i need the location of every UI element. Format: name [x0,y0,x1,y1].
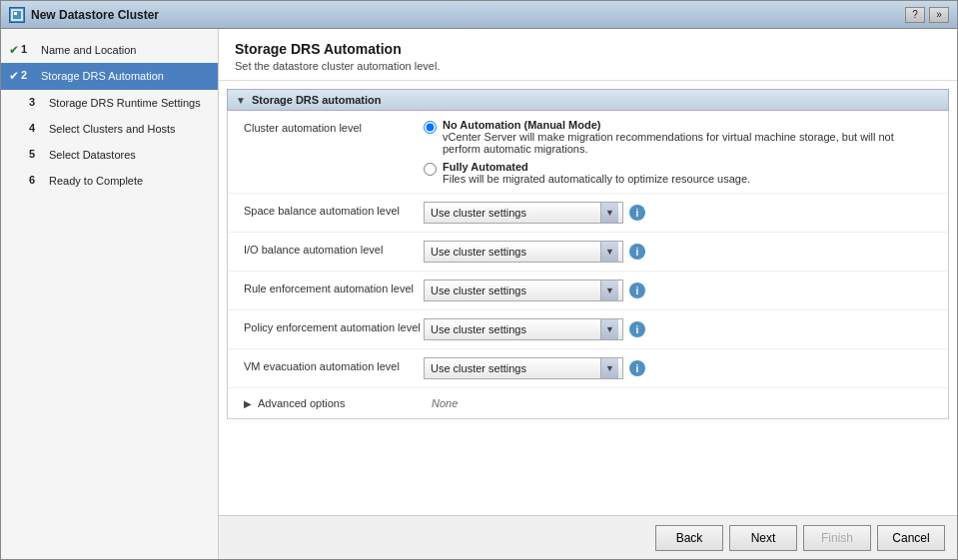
window: New Datastore Cluster ? » ✔ 1 Name and L… [0,0,958,560]
next-button[interactable]: Next [729,525,797,551]
sidebar: ✔ 1 Name and Location ✔ 2 Storage DRS Au… [1,29,219,559]
policy-enforcement-label: Policy enforcement automation level [244,318,424,334]
section-body: Cluster automation level No Automation (… [227,111,949,419]
radio-option-fully-automated: Fully Automated Files will be migrated a… [424,161,932,185]
io-balance-dropdown-arrow: ▼ [600,242,618,262]
policy-enforcement-dropdown[interactable]: Use cluster settings ▼ [424,318,623,340]
sidebar-label-5: Select Datastores [49,148,136,162]
policy-enforcement-row: Policy enforcement automation level Use … [228,310,948,349]
vm-evacuation-info-icon[interactable]: i [629,360,645,376]
step-number-6: 6 [29,174,47,186]
sidebar-label-6: Ready to Complete [49,174,143,188]
vm-evacuation-dropdown[interactable]: Use cluster settings ▼ [424,357,623,379]
page-subtitle: Set the datastore cluster automation lev… [235,60,941,72]
titlebar: New Datastore Cluster ? » [1,1,957,29]
sidebar-item-ready-to-complete[interactable]: 6 Ready to Complete [1,168,218,194]
titlebar-controls: ? » [905,7,949,23]
finish-button[interactable]: Finish [803,525,871,551]
sidebar-item-select-datastores[interactable]: 5 Select Datastores [1,142,218,168]
radio-no-automation[interactable] [424,121,437,134]
rule-enforcement-info-icon[interactable]: i [629,282,645,298]
cluster-automation-row: Cluster automation level No Automation (… [228,111,948,194]
sidebar-item-storage-drs-automation[interactable]: ✔ 2 Storage DRS Automation [1,63,218,89]
content-area: ✔ 1 Name and Location ✔ 2 Storage DRS Au… [1,29,957,559]
page-title: Storage DRS Automation [235,41,941,57]
sidebar-item-storage-drs-runtime[interactable]: 3 Storage DRS Runtime Settings [1,90,218,116]
advanced-options-row: ▶ Advanced options None [228,388,948,418]
space-balance-info-icon[interactable]: i [629,205,645,221]
rule-enforcement-label: Rule enforcement automation level [244,280,424,295]
check-icon-2: ✔ [9,69,19,83]
section-title: Storage DRS automation [252,94,382,106]
io-balance-control: Use cluster settings ▼ i [424,241,932,263]
vm-evacuation-label: VM evacuation automation level [244,357,424,373]
sidebar-label-2: Storage DRS Automation [41,69,164,83]
sidebar-item-name-location[interactable]: ✔ 1 Name and Location [1,37,218,63]
rule-enforcement-value: Use cluster settings [429,284,600,296]
help-button[interactable]: ? [905,7,925,23]
rule-enforcement-select-row: Use cluster settings ▼ i [424,280,932,301]
cluster-automation-control: No Automation (Manual Mode) vCenter Serv… [424,119,932,185]
io-balance-select-row: Use cluster settings ▼ i [424,241,932,263]
cluster-automation-label: Cluster automation level [244,119,424,135]
vm-evacuation-value: Use cluster settings [429,362,600,374]
policy-enforcement-value: Use cluster settings [429,323,600,335]
step-number-5: 5 [29,148,47,160]
sidebar-label-1: Name and Location [41,43,136,57]
radio-no-automation-title: No Automation (Manual Mode) [443,119,600,131]
policy-enforcement-info-icon[interactable]: i [629,321,645,337]
check-icon-1: ✔ [9,43,19,57]
radio-fully-automated-desc: Files will be migrated automatically to … [443,173,750,185]
rule-enforcement-control: Use cluster settings ▼ i [424,280,932,301]
radio-no-automation-desc: vCenter Server will make migration recom… [443,131,894,155]
sidebar-label-4: Select Clusters and Hosts [49,122,176,136]
advanced-arrow-icon: ▶ [244,398,252,409]
policy-enforcement-dropdown-arrow: ▼ [600,319,618,339]
radio-fully-automated[interactable] [424,163,437,176]
rule-enforcement-dropdown-arrow: ▼ [600,280,618,300]
step-number-4: 4 [29,122,47,134]
advanced-options-value: None [432,397,458,409]
main-header: Storage DRS Automation Set the datastore… [219,29,957,81]
space-balance-select-row: Use cluster settings ▼ i [424,202,932,224]
section-header-storage-drs[interactable]: ▼ Storage DRS automation [227,89,949,111]
space-balance-control: Use cluster settings ▼ i [424,202,932,224]
vm-evacuation-dropdown-arrow: ▼ [600,358,618,378]
window-icon [9,7,25,23]
main-body: ▼ Storage DRS automation Cluster automat… [219,81,957,515]
vm-evacuation-row: VM evacuation automation level Use clust… [228,349,948,388]
back-button[interactable]: Back [655,525,723,551]
space-balance-dropdown-arrow: ▼ [600,203,618,223]
sidebar-item-select-clusters-hosts[interactable]: 4 Select Clusters and Hosts [1,116,218,142]
footer: Back Next Finish Cancel [219,515,957,559]
expand-button[interactable]: » [929,7,949,23]
step-number-2: 2 [21,69,39,81]
section-arrow-icon: ▼ [236,95,246,106]
svg-rect-1 [14,12,17,15]
io-balance-row: I/O balance automation level Use cluster… [228,233,948,272]
sidebar-label-3: Storage DRS Runtime Settings [49,96,201,110]
cancel-button[interactable]: Cancel [877,525,945,551]
io-balance-dropdown[interactable]: Use cluster settings ▼ [424,241,623,263]
space-balance-label: Space balance automation level [244,202,424,218]
rule-enforcement-dropdown[interactable]: Use cluster settings ▼ [424,280,623,301]
radio-label-no-automation: No Automation (Manual Mode) vCenter Serv… [443,119,932,155]
io-balance-info-icon[interactable]: i [629,244,645,260]
radio-option-no-automation: No Automation (Manual Mode) vCenter Serv… [424,119,932,155]
io-balance-value: Use cluster settings [429,246,600,258]
space-balance-row: Space balance automation level Use clust… [228,194,948,233]
vm-evacuation-select-row: Use cluster settings ▼ i [424,357,932,379]
step-number-3: 3 [29,96,47,108]
main-content: Storage DRS Automation Set the datastore… [219,29,957,559]
policy-enforcement-control: Use cluster settings ▼ i [424,318,932,340]
radio-label-fully-automated: Fully Automated Files will be migrated a… [443,161,750,185]
vm-evacuation-control: Use cluster settings ▼ i [424,357,932,379]
policy-enforcement-select-row: Use cluster settings ▼ i [424,318,932,340]
radio-fully-automated-title: Fully Automated [443,161,528,173]
rule-enforcement-row: Rule enforcement automation level Use cl… [228,272,948,310]
radio-group-automation: No Automation (Manual Mode) vCenter Serv… [424,119,932,185]
step-number-1: 1 [21,43,39,55]
space-balance-dropdown[interactable]: Use cluster settings ▼ [424,202,623,224]
advanced-options-label: Advanced options [258,397,432,409]
space-balance-value: Use cluster settings [429,207,600,219]
